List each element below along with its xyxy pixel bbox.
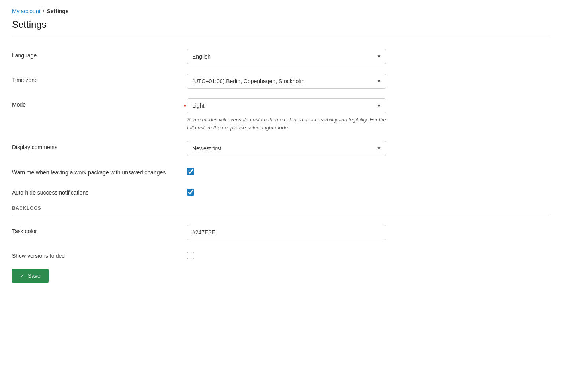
header-divider: [12, 37, 550, 37]
warn-unsaved-row: Warn me when leaving a work package with…: [12, 166, 549, 177]
auto-hide-checkbox[interactable]: [187, 189, 194, 196]
timezone-row: Time zone (UTC+01:00) Berlin, Copenhagen…: [12, 74, 549, 89]
mode-select[interactable]: Light Dark High Contrast: [187, 98, 386, 113]
auto-hide-control: [187, 186, 386, 196]
auto-hide-row: Auto-hide success notifications: [12, 186, 549, 196]
mode-control: Light Dark High Contrast ▼ Some modes wi…: [187, 98, 386, 131]
save-label: Save: [28, 273, 41, 279]
warn-unsaved-control: [187, 166, 386, 175]
page-title: Settings: [12, 19, 550, 30]
breadcrumb-current: Settings: [47, 8, 68, 14]
timezone-select[interactable]: (UTC+01:00) Berlin, Copenhagen, Stockhol…: [187, 74, 386, 89]
mode-hint: Some modes will overwrite custom theme c…: [187, 116, 386, 131]
backlogs-title: BACKLOGS: [12, 205, 549, 211]
backlogs-section-header: BACKLOGS: [12, 205, 549, 215]
language-row: Language English German French Spanish ▼: [12, 49, 549, 64]
auto-hide-label: Auto-hide success notifications: [12, 186, 187, 196]
mode-row: Mode • Light Dark High Contrast ▼ Some m…: [12, 98, 549, 131]
save-button[interactable]: ✓ Save: [12, 269, 49, 283]
timezone-control: (UTC+01:00) Berlin, Copenhagen, Stockhol…: [187, 74, 386, 89]
required-dot: •: [184, 102, 186, 109]
task-color-row: Task color: [12, 225, 549, 240]
mode-label: Mode: [12, 98, 187, 108]
task-color-label: Task color: [12, 225, 187, 234]
save-checkmark-icon: ✓: [20, 273, 25, 279]
display-comments-label: Display comments: [12, 141, 187, 150]
settings-form: Language English German French Spanish ▼…: [12, 49, 549, 283]
warn-unsaved-label: Warn me when leaving a work package with…: [12, 166, 187, 177]
task-color-control: [187, 225, 386, 240]
language-label: Language: [12, 49, 187, 59]
display-comments-control: Newest first Oldest first ▼: [187, 141, 386, 156]
display-comments-select[interactable]: Newest first Oldest first: [187, 141, 386, 156]
display-comments-row: Display comments Newest first Oldest fir…: [12, 141, 549, 156]
timezone-label: Time zone: [12, 74, 187, 83]
language-control: English German French Spanish ▼: [187, 49, 386, 64]
breadcrumb: My account / Settings: [12, 8, 550, 14]
backlogs-divider: [12, 215, 549, 215]
breadcrumb-account-link[interactable]: My account: [12, 8, 41, 14]
show-versions-checkbox[interactable]: [187, 252, 194, 259]
warn-unsaved-checkbox[interactable]: [187, 168, 194, 175]
show-versions-control: [187, 250, 386, 259]
task-color-input[interactable]: [187, 225, 386, 240]
breadcrumb-separator: /: [43, 8, 45, 14]
language-select[interactable]: English German French Spanish: [187, 49, 386, 64]
show-versions-label: Show versions folded: [12, 250, 187, 259]
show-versions-row: Show versions folded: [12, 250, 549, 259]
